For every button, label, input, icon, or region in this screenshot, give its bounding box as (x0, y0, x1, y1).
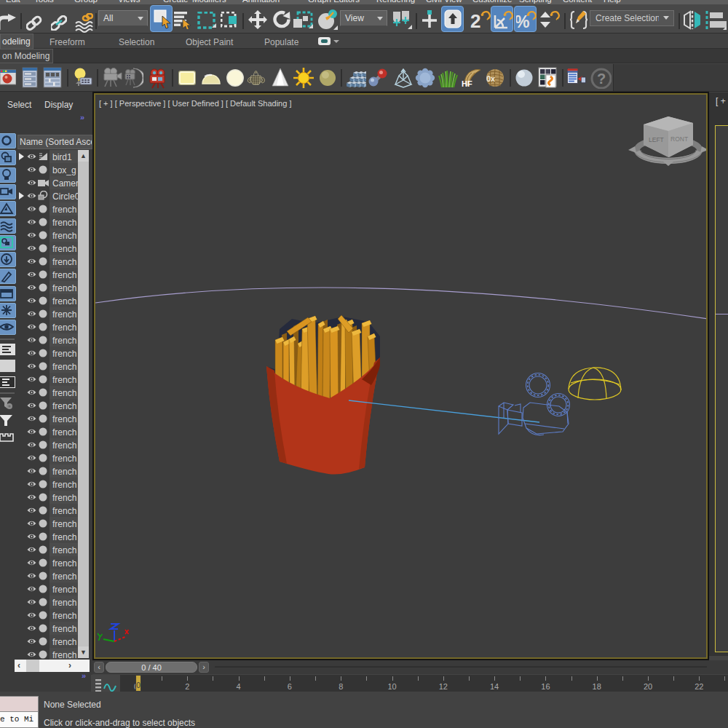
svg-text:LEFT: LEFT (649, 136, 664, 143)
svg-text:0x: 0x (486, 74, 496, 83)
svg-text:2: 2 (470, 10, 480, 30)
svg-text:HF: HF (462, 79, 472, 88)
svg-text:RONT: RONT (670, 135, 688, 143)
svg-text:?: ? (597, 71, 606, 87)
